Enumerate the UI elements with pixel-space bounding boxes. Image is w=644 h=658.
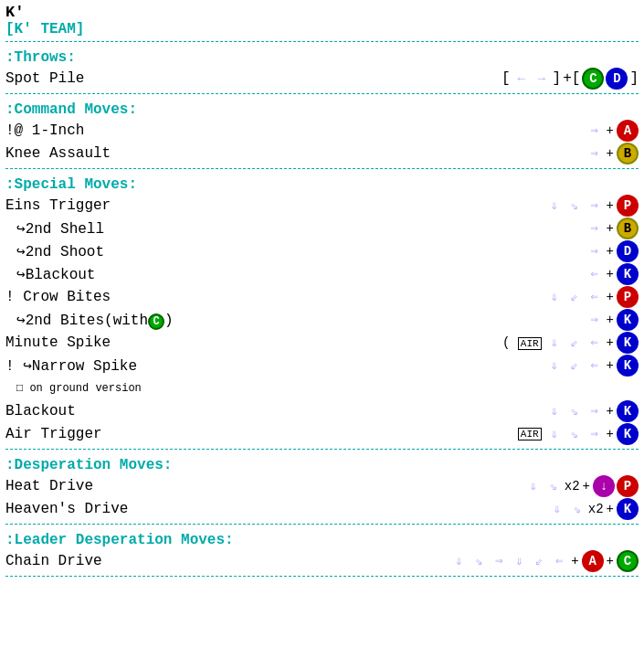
move-1inch: !@ 1-Inch ⇒ + A xyxy=(5,120,639,142)
btn-K1: K xyxy=(617,263,639,285)
move-heavens-drive: Heaven's Drive ⇓ ⇘ x2 + K xyxy=(5,498,639,520)
btn-K2: K xyxy=(617,309,639,331)
btn-P: P xyxy=(617,195,639,217)
move-heat-drive: Heat Drive ⇓ ⇘ x2 + ↓ P xyxy=(5,475,639,497)
btn-K4: K xyxy=(617,355,639,377)
desperation-title: :Desperation Moves: xyxy=(5,457,639,473)
team-name: [K' TEAM] xyxy=(5,21,639,37)
btn-A: A xyxy=(617,120,639,142)
move-blackout: Blackout ⇓ ⇘ ⇒ + K xyxy=(5,400,639,422)
move-blackout-followup: ↪Blackout ⇐ + K xyxy=(5,263,639,285)
btn-SP1: ↓ xyxy=(593,475,615,497)
move-eins-trigger: Eins Trigger ⇓ ⇘ ⇒ + P xyxy=(5,195,639,217)
move-2nd-bites: ↪2nd Bites(withC) ⇒ + K xyxy=(5,309,639,331)
move-ground-version: □ on ground version xyxy=(5,377,639,399)
char-name: K' xyxy=(5,4,639,21)
btn-K5: K xyxy=(617,400,639,422)
move-spot-pile: Spot Pile [ ← → ] +[ C D ] xyxy=(5,68,639,90)
btn-A2: A xyxy=(582,550,604,572)
btn-K7: K xyxy=(617,498,639,520)
btn-K3: K xyxy=(617,332,639,354)
command-title: :Command Moves: xyxy=(5,101,639,118)
move-minute-spike: Minute Spike ( AIR ⇓ ⇙ ⇐ + K xyxy=(5,332,639,354)
leader-title: :Leader Desperation Moves: xyxy=(5,532,639,548)
btn-K6: K xyxy=(617,423,639,445)
move-narrow-spike: ! ↪Narrow Spike ⇓ ⇙ ⇐ + K xyxy=(5,355,639,377)
move-knee-assault: Knee Assault ⇒ + B xyxy=(5,143,639,164)
move-crow-bites: ! Crow Bites ⇓ ⇙ ⇐ + P xyxy=(5,286,639,308)
move-air-trigger: Air Trigger AIR ⇓ ⇘ ⇒ + K xyxy=(5,423,639,445)
special-title: :Special Moves: xyxy=(5,176,639,193)
btn-D: D xyxy=(606,68,628,90)
btn-D2: D xyxy=(617,240,639,262)
page-container: K' [K' TEAM] :Throws: Spot Pile [ ← → ] … xyxy=(5,4,639,577)
move-2nd-shoot: ↪2nd Shoot ⇒ + D xyxy=(5,240,639,262)
btn-B: B xyxy=(617,143,639,164)
btn-P3: P xyxy=(617,475,639,497)
btn-C: C xyxy=(582,68,604,90)
btn-B2: B xyxy=(617,218,639,239)
move-2nd-shell: ↪2nd Shell ⇒ + B xyxy=(5,218,639,239)
move-chain-drive: Chain Drive ⇓ ⇘ ⇒ ⇓ ⇙ ⇐ + A + C xyxy=(5,550,639,572)
btn-C2: C xyxy=(617,550,639,572)
throws-title: :Throws: xyxy=(5,49,639,66)
btn-P2: P xyxy=(617,286,639,308)
